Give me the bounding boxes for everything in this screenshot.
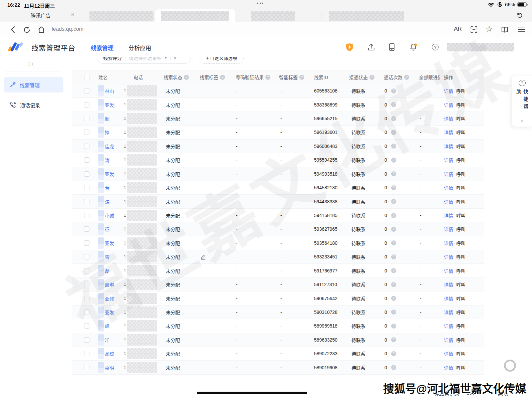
tab-close-icon[interactable]: ×	[71, 11, 74, 18]
call-count-help-icon[interactable]: ?	[391, 158, 396, 163]
home-indicator[interactable]	[197, 392, 307, 394]
row-checkbox[interactable]	[84, 88, 89, 93]
detail-link[interactable]: 详情	[444, 333, 453, 347]
row-checkbox[interactable]	[84, 226, 89, 232]
column-help-icon[interactable]: ?	[220, 75, 225, 80]
help-icon[interactable]: ?	[431, 42, 440, 52]
call-count-help-icon[interactable]: ?	[391, 213, 396, 218]
sidebar-collapse-icon[interactable]: )|(	[28, 61, 34, 66]
call-count-help-icon[interactable]: ?	[391, 102, 396, 107]
lead-name-link[interactable]: 超	[105, 112, 109, 125]
call-link[interactable]: 呼叫	[456, 361, 466, 374]
row-checkbox[interactable]	[84, 240, 89, 246]
ar-button[interactable]: AR	[454, 26, 462, 32]
call-link[interactable]: 呼叫	[456, 209, 466, 222]
detail-link[interactable]: 详情	[444, 250, 453, 263]
row-checkbox[interactable]	[84, 199, 89, 204]
detail-link[interactable]: 详情	[444, 112, 453, 125]
filter-pill-lead-score[interactable]: 线索评分 请选择筛选条件 ▾ ×	[97, 57, 191, 64]
detail-link[interactable]: 详情	[444, 291, 453, 305]
call-link[interactable]: 呼叫	[456, 222, 466, 236]
lead-name-link[interactable]: 亚修	[105, 291, 114, 305]
row-checkbox[interactable]	[84, 157, 89, 163]
back-icon[interactable]	[9, 26, 17, 34]
call-link[interactable]: 呼叫	[456, 112, 466, 125]
detail-link[interactable]: 详情	[444, 84, 453, 97]
security-shield-icon[interactable]	[345, 42, 354, 52]
lead-name-link[interactable]: 凯琳	[105, 278, 114, 291]
lead-name-link[interactable]: 亚发	[105, 167, 114, 181]
call-link[interactable]: 呼叫	[456, 250, 466, 263]
lead-name-link[interactable]: 小诚	[105, 209, 114, 222]
lead-name-link[interactable]: 亚发	[105, 98, 114, 111]
censored-tab[interactable]	[251, 11, 295, 21]
row-checkbox[interactable]	[84, 102, 89, 108]
detail-link[interactable]: 详情	[444, 209, 453, 222]
call-link[interactable]: 呼叫	[456, 278, 466, 291]
detail-link[interactable]: 详情	[444, 319, 453, 333]
call-link[interactable]: 呼叫	[456, 167, 466, 181]
row-checkbox[interactable]	[84, 310, 89, 315]
row-checkbox[interactable]	[84, 351, 89, 356]
detail-link[interactable]: 详情	[444, 98, 453, 111]
detail-link[interactable]: 详情	[444, 140, 453, 153]
call-count-help-icon[interactable]: ?	[391, 282, 396, 287]
call-count-help-icon[interactable]: ?	[391, 310, 396, 315]
call-count-help-icon[interactable]: ?	[391, 365, 396, 370]
detail-link[interactable]: 详情	[444, 236, 453, 250]
detail-link[interactable]: 详情	[444, 195, 453, 208]
call-link[interactable]: 呼叫	[456, 181, 466, 194]
lead-name-link[interactable]: 芳	[105, 181, 109, 194]
column-help-icon[interactable]: ?	[404, 75, 409, 80]
reopen-tab-icon[interactable]	[516, 11, 524, 19]
detail-link[interactable]: 详情	[444, 126, 453, 139]
collapse-panel-icon[interactable]: «	[521, 118, 523, 124]
detail-link[interactable]: 详情	[444, 347, 453, 360]
call-link[interactable]: 呼叫	[456, 236, 466, 250]
call-link[interactable]: 呼叫	[456, 264, 466, 277]
call-count-help-icon[interactable]: ?	[391, 88, 396, 93]
call-count-help-icon[interactable]: ?	[391, 240, 396, 245]
row-checkbox[interactable]	[84, 171, 89, 177]
call-count-help-icon[interactable]: ?	[391, 116, 396, 121]
reload-icon[interactable]	[23, 26, 31, 34]
help-question-icon[interactable]: ?	[519, 80, 526, 86]
call-link[interactable]: 呼叫	[456, 84, 466, 97]
row-checkbox[interactable]	[84, 323, 89, 329]
column-help-icon[interactable]: ?	[184, 75, 189, 80]
device-icon[interactable]	[387, 42, 396, 52]
call-count-help-icon[interactable]: ?	[391, 130, 396, 135]
nav-lead-management[interactable]: 线索管理	[91, 43, 113, 52]
call-link[interactable]: 呼叫	[456, 291, 466, 305]
select-all-checkbox[interactable]	[84, 75, 89, 80]
call-link[interactable]: 呼叫	[456, 140, 466, 153]
detail-link[interactable]: 详情	[444, 167, 453, 181]
row-checkbox[interactable]	[84, 337, 89, 343]
quick-help-panel[interactable]: ? 快捷帮助 «	[512, 75, 532, 127]
call-count-help-icon[interactable]: ?	[391, 227, 396, 232]
call-link[interactable]: 呼叫	[456, 98, 466, 111]
lead-name-link[interactable]: 嘉明	[105, 361, 114, 374]
scan-viewfinder-icon[interactable]	[470, 26, 478, 34]
call-count-help-icon[interactable]: ?	[391, 199, 396, 204]
detail-link[interactable]: 详情	[444, 361, 453, 374]
call-count-help-icon[interactable]: ?	[391, 296, 396, 301]
detail-link[interactable]: 详情	[444, 222, 453, 236]
row-checkbox[interactable]	[84, 130, 89, 135]
lead-name-link[interactable]: 征	[105, 222, 109, 236]
sidebar-item-lead-management[interactable]: 线索管理	[4, 77, 63, 92]
lead-name-link[interactable]: 峰	[105, 319, 109, 333]
row-checkbox[interactable]	[84, 268, 89, 273]
clear-filter-icon[interactable]: ×	[174, 57, 177, 61]
assistive-touch-button[interactable]	[504, 360, 516, 372]
censored-tab[interactable]	[329, 11, 404, 21]
row-checkbox[interactable]	[84, 213, 89, 218]
row-checkbox[interactable]	[84, 144, 89, 149]
custom-filter-button[interactable]: + 自定义筛选项	[200, 57, 244, 64]
lead-name-link[interactable]: 亚发	[105, 306, 114, 319]
call-count-help-icon[interactable]: ?	[391, 254, 396, 259]
bookmarks-book-icon[interactable]	[501, 26, 509, 34]
call-count-help-icon[interactable]: ?	[391, 185, 396, 190]
tab-tencent-ads[interactable]: 腾讯广告	[31, 12, 51, 19]
detail-link[interactable]: 详情	[444, 264, 453, 277]
